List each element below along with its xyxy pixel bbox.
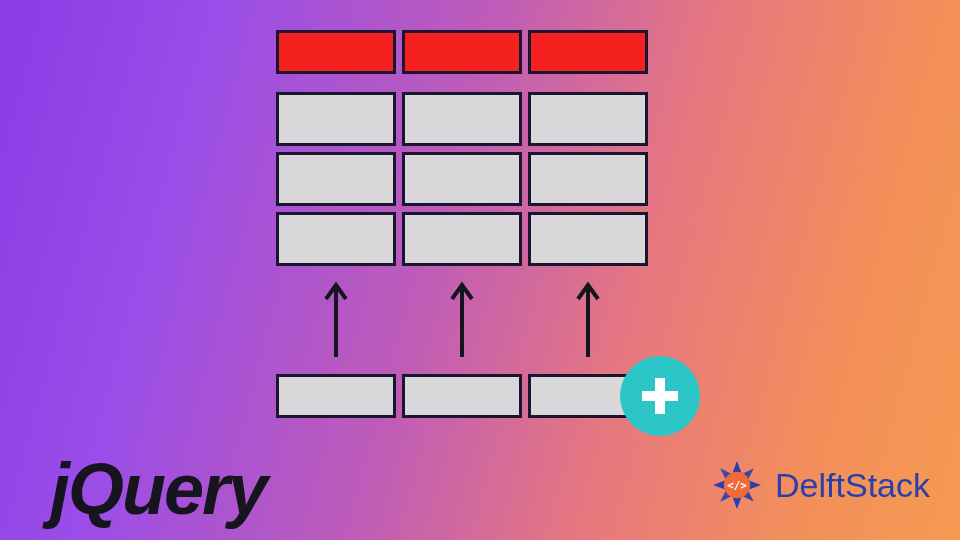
table-header-cell [402,30,522,74]
new-row-cell [402,374,522,418]
svg-text:</>: </> [727,479,747,492]
table-header-cell [528,30,648,74]
table-cell [528,152,648,206]
table-cell [528,92,648,146]
arrow-up-icon [448,279,450,357]
diagram-canvas: + jQuery </> DelftStack [0,0,960,540]
jquery-logo: jQuery [50,448,266,530]
new-row-cell [276,374,396,418]
arrow-up-icon [322,279,324,357]
jquery-logo-text: jQuery [50,449,266,529]
delftstack-logo: </> DelftStack [707,455,930,515]
table-cell [402,92,522,146]
table-cell [276,92,396,146]
delftstack-logo-icon: </> [707,455,767,515]
delftstack-logo-text: DelftStack [775,466,930,505]
table-cell [402,212,522,266]
table-cell [402,152,522,206]
table-cell [276,152,396,206]
table-cell [528,212,648,266]
table-cell [276,212,396,266]
table-header-cell [276,30,396,74]
add-row-button[interactable]: + [620,356,700,436]
arrow-up-icon [574,279,576,357]
